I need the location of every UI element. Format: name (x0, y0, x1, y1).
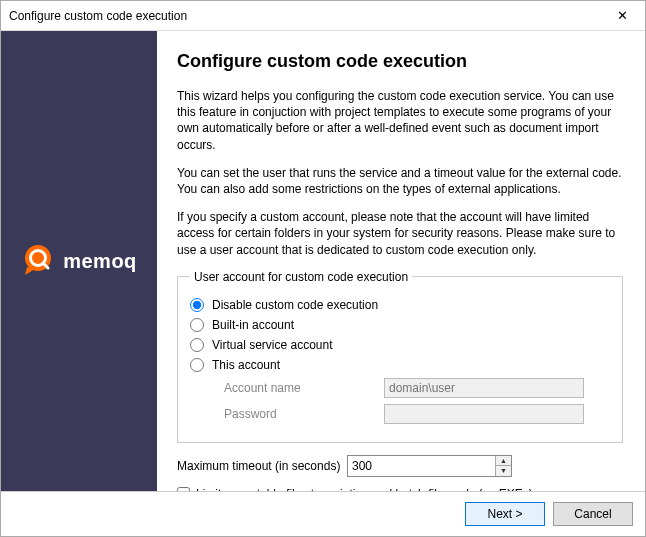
timeout-input[interactable] (348, 456, 495, 476)
radio-virtual-input[interactable] (190, 338, 204, 352)
spinner-up-button[interactable]: ▲ (496, 456, 511, 467)
user-account-group: User account for custom code execution D… (177, 270, 623, 443)
next-button[interactable]: Next > (465, 502, 545, 526)
intro-paragraph-2: You can set the user that runs the servi… (177, 165, 623, 197)
sidebar: memoq (1, 31, 157, 491)
timeout-label: Maximum timeout (in seconds) (177, 459, 347, 473)
intro-paragraph-1: This wizard helps you configuring the cu… (177, 88, 623, 153)
password-field[interactable] (384, 404, 584, 424)
dialog-window: Configure custom code execution ✕ memoq (0, 0, 646, 537)
spinner-buttons: ▲ ▼ (495, 456, 511, 476)
memoq-logo-icon (21, 243, 55, 280)
chevron-up-icon: ▲ (500, 457, 507, 464)
dialog-body: memoq Configure custom code execution Th… (1, 31, 645, 491)
content-area: Configure custom code execution This wiz… (157, 31, 645, 491)
close-icon: ✕ (617, 8, 628, 23)
radio-disable-label: Disable custom code execution (212, 298, 378, 312)
password-row: Password (224, 404, 610, 424)
titlebar: Configure custom code execution ✕ (1, 1, 645, 31)
timeout-spinner[interactable]: ▲ ▼ (347, 455, 512, 477)
password-label: Password (224, 407, 384, 421)
radio-builtin-input[interactable] (190, 318, 204, 332)
radio-virtual[interactable]: Virtual service account (190, 338, 610, 352)
radio-this-account-input[interactable] (190, 358, 204, 372)
radio-this-account[interactable]: This account (190, 358, 610, 372)
account-name-label: Account name (224, 381, 384, 395)
brand-logo: memoq (21, 243, 137, 280)
brand-name: memoq (63, 250, 137, 273)
dialog-footer: Next > Cancel (1, 491, 645, 536)
cancel-button[interactable]: Cancel (553, 502, 633, 526)
radio-this-account-label: This account (212, 358, 280, 372)
close-button[interactable]: ✕ (600, 1, 645, 30)
radio-disable[interactable]: Disable custom code execution (190, 298, 610, 312)
timeout-row: Maximum timeout (in seconds) ▲ ▼ (177, 455, 623, 477)
window-title: Configure custom code execution (9, 9, 187, 23)
spinner-down-button[interactable]: ▼ (496, 466, 511, 476)
intro-paragraph-3: If you specify a custom account, please … (177, 209, 623, 258)
account-name-row: Account name (224, 378, 610, 398)
group-legend: User account for custom code execution (190, 270, 412, 284)
radio-virtual-label: Virtual service account (212, 338, 333, 352)
radio-disable-input[interactable] (190, 298, 204, 312)
radio-builtin[interactable]: Built-in account (190, 318, 610, 332)
radio-builtin-label: Built-in account (212, 318, 294, 332)
chevron-down-icon: ▼ (500, 467, 507, 474)
page-title: Configure custom code execution (177, 51, 623, 72)
account-name-field[interactable] (384, 378, 584, 398)
